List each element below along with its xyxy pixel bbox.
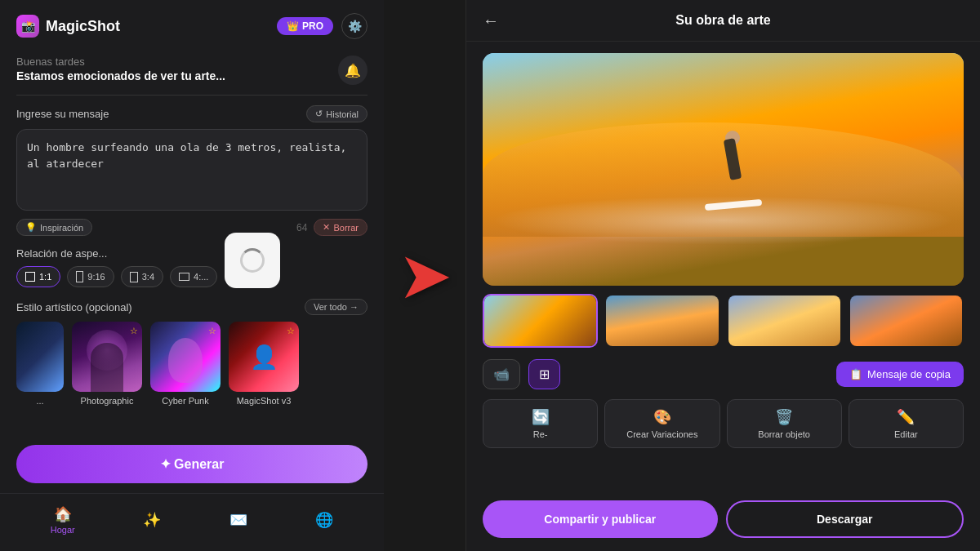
share-button[interactable]: Compartir y publicar xyxy=(483,500,718,538)
thumb-4-inner xyxy=(850,295,962,346)
thumb-1[interactable] xyxy=(483,294,598,348)
surfer-figure xyxy=(709,131,758,212)
thumb-1-inner xyxy=(484,295,596,346)
aspect-9-16[interactable]: 9:16 xyxy=(67,266,114,287)
generate-button[interactable]: ✦ Generar xyxy=(16,445,368,483)
message-section: Ingrese su mensaje ↺ Historial Un hombre… xyxy=(0,96,384,242)
edit-icon: ✏️ xyxy=(897,408,915,426)
tool-edit[interactable]: ✏️ Editar xyxy=(849,399,964,448)
nav-mail[interactable]: ✉️ xyxy=(216,508,261,532)
aspect-3-4-icon xyxy=(130,272,138,282)
greeting-text: Buenas tardes Estamos emocionados de ver… xyxy=(16,56,225,82)
aspect-section: Relación de aspe... 1:1 9:16 3:4 4:... xyxy=(0,242,384,294)
loading-overlay xyxy=(225,233,280,288)
action-row: 📹 ⊞ 📋 Mensaje de copia xyxy=(466,356,980,396)
magic-icon: ✨ xyxy=(143,511,161,529)
aspect-label: Relación de aspe... xyxy=(16,247,107,260)
aspect-header: Relación de aspe... xyxy=(16,247,368,260)
style-card-cyberpunk[interactable]: ☆ Cyber Punk xyxy=(150,322,220,406)
thumb-2-inner xyxy=(606,295,718,346)
message-label: Ingrese su mensaje xyxy=(16,108,109,120)
star-icon: ☆ xyxy=(130,326,138,336)
history-icon: ↺ xyxy=(315,109,323,119)
arrow-icon: ➤ xyxy=(398,243,452,309)
char-count: 64 xyxy=(296,222,307,233)
nav-magic[interactable]: ✨ xyxy=(130,508,174,532)
thumb-3[interactable] xyxy=(727,294,842,348)
copy-message-button[interactable]: 📋 Mensaje de copia xyxy=(836,362,964,387)
download-button[interactable]: Descargar xyxy=(726,500,964,538)
grid-icon: ⊞ xyxy=(539,367,550,381)
surfer-board xyxy=(704,199,761,211)
left-panel: 📸 MagicShot 👑 PRO ⚙️ Buenas tardes Estam… xyxy=(0,0,384,551)
right-title: Su obra de arte xyxy=(675,13,770,28)
inspiration-button[interactable]: 💡 Inspiración xyxy=(16,219,92,236)
style-header: Estilo artístico (opcional) Ver todo → xyxy=(16,299,368,315)
style-photographic-label: Photographic xyxy=(72,396,142,406)
settings-button[interactable]: ⚙️ xyxy=(341,13,368,39)
bottom-nav: 🏠 Hogar ✨ ✉️ 🌐 xyxy=(0,493,384,551)
nav-home[interactable]: 🏠 Hogar xyxy=(38,502,88,538)
globe-icon: 🌐 xyxy=(315,511,333,529)
char-count-wrap: 64 ✕ Borrar xyxy=(296,219,368,236)
style-card-photographic[interactable]: ☆ Photographic xyxy=(72,322,142,406)
thumb-2[interactable] xyxy=(604,294,719,348)
star-icon: ☆ xyxy=(208,326,216,336)
generate-section: ✦ Generar xyxy=(0,438,384,493)
right-panel: ← Su obra de arte xyxy=(466,0,980,551)
app-title: MagicShot xyxy=(46,18,120,35)
tool-erase[interactable]: 🗑️ Borrar objeto xyxy=(727,399,842,448)
style-section: Estilo artístico (opcional) Ver todo → .… xyxy=(0,294,384,438)
aspect-4-x-icon xyxy=(179,273,189,281)
regenerate-icon: 🔄 xyxy=(532,408,550,426)
back-button[interactable]: ← xyxy=(483,11,499,30)
app-logo-icon: 📸 xyxy=(16,15,39,38)
style-card-magicshot[interactable]: 👤 ☆ MagicShot v3 xyxy=(229,322,299,406)
mail-icon: ✉️ xyxy=(229,511,247,529)
clear-button[interactable]: ✕ Borrar xyxy=(314,219,368,236)
x-icon: ✕ xyxy=(323,222,330,233)
greeting-sub: Buenas tardes xyxy=(16,56,225,68)
main-artwork-image xyxy=(483,53,964,286)
textarea-footer: 💡 Inspiración 64 ✕ Borrar xyxy=(16,219,368,236)
style-magicshot-label: MagicShot v3 xyxy=(229,396,299,406)
view-single-button[interactable]: 📹 xyxy=(483,359,520,389)
inspiration-icon: 💡 xyxy=(25,222,37,233)
surfer-body xyxy=(723,138,741,180)
message-input[interactable]: Un hombre surfeando una ola de 3 metros,… xyxy=(16,129,368,211)
thumbnail-row xyxy=(466,294,980,356)
aspect-3-4[interactable]: 3:4 xyxy=(121,266,163,287)
crown-icon: 👑 xyxy=(287,20,299,32)
notification-button[interactable]: 🔔 xyxy=(338,56,368,85)
nav-home-label: Hogar xyxy=(51,525,75,535)
right-header: ← Su obra de arte xyxy=(466,0,980,42)
aspect-1-1-icon xyxy=(25,272,35,282)
main-image-wrap xyxy=(466,42,980,294)
bottom-actions: Compartir y publicar Descargar xyxy=(466,497,980,551)
arrow-container: ➤ xyxy=(384,0,466,551)
app-logo: 📸 MagicShot xyxy=(16,15,120,38)
tool-edit-label: Editar xyxy=(894,429,918,439)
tool-regenerate[interactable]: 🔄 Re- xyxy=(483,399,598,448)
home-icon: 🏠 xyxy=(54,505,72,523)
style-cyberpunk-label: Cyber Punk xyxy=(150,396,220,406)
nav-globe[interactable]: 🌐 xyxy=(302,508,346,532)
style-grid: ... ☆ Photographic xyxy=(16,322,368,406)
style-label: Estilo artístico (opcional) xyxy=(16,301,132,313)
erase-icon: 🗑️ xyxy=(775,408,793,426)
aspect-4-x[interactable]: 4:... xyxy=(170,266,217,287)
aspect-options: 1:1 9:16 3:4 4:... xyxy=(16,266,368,287)
tool-variations[interactable]: 🎨 Crear Variaciones xyxy=(604,399,719,448)
style-card-partial[interactable]: ... xyxy=(16,322,64,406)
pro-badge[interactable]: 👑 PRO xyxy=(277,17,333,35)
thumb-4[interactable] xyxy=(849,294,964,348)
view-grid-button[interactable]: ⊞ xyxy=(528,359,560,389)
copy-icon: 📋 xyxy=(849,368,862,380)
tool-erase-label: Borrar objeto xyxy=(758,429,810,439)
variations-icon: 🎨 xyxy=(653,408,671,426)
header-right: 👑 PRO ⚙️ xyxy=(277,13,368,39)
aspect-1-1[interactable]: 1:1 xyxy=(16,266,60,287)
star-icon: ☆ xyxy=(287,326,295,336)
history-button[interactable]: ↺ Historial xyxy=(306,105,368,122)
see-all-button[interactable]: Ver todo → xyxy=(305,299,368,315)
